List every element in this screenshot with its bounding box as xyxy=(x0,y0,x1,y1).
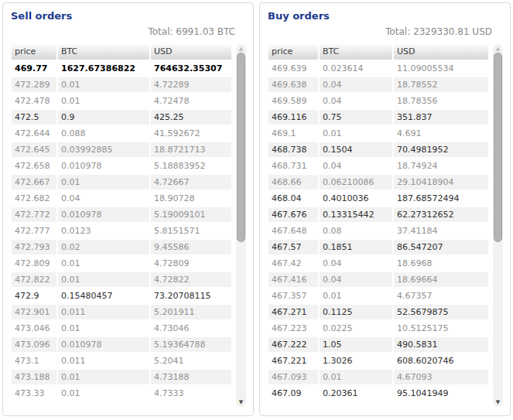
order-row[interactable]: 469.638 0.04 18.78552 xyxy=(268,77,488,92)
order-row[interactable]: 467.57 0.1851 86.547207 xyxy=(268,240,488,254)
buy-orders-panel: Buy orders Total: 2329330.81 USD price B… xyxy=(259,2,511,416)
order-price-cell: 472.645 xyxy=(12,142,56,157)
order-row[interactable]: 468.731 0.04 18.74924 xyxy=(268,159,488,173)
order-row[interactable]: 472.682 0.04 18.90728 xyxy=(12,191,231,206)
order-price-cell: 468.731 xyxy=(268,159,318,173)
order-price-cell: 469.638 xyxy=(268,77,318,92)
order-usd-cell: 29.10418904 xyxy=(394,175,488,190)
order-price-cell: 467.676 xyxy=(268,207,318,222)
order-price-cell: 469.116 xyxy=(268,110,318,125)
order-row[interactable]: 472.478 0.01 4.72478 xyxy=(12,94,231,108)
order-row[interactable]: 467.648 0.08 37.41184 xyxy=(268,224,488,238)
order-row[interactable]: 473.188 0.01 4.73188 xyxy=(12,370,231,384)
order-row[interactable]: 473.046 0.01 4.73046 xyxy=(12,321,231,336)
order-price-cell: 472.793 xyxy=(12,240,56,254)
order-row[interactable]: 467.223 0.0225 10.5125175 xyxy=(268,321,488,336)
sell-scrollbar[interactable]: ▲ ▼ xyxy=(236,44,246,407)
order-row[interactable]: 469.639 0.023614 11.09005534 xyxy=(268,61,488,76)
order-row[interactable]: 472.822 0.01 4.72822 xyxy=(12,272,231,287)
order-row[interactable]: 473.096 0.010978 5.19364788 xyxy=(12,337,231,352)
order-price-cell: 472.9 xyxy=(12,289,56,303)
order-row[interactable]: 469.116 0.75 351.837 xyxy=(268,110,488,125)
order-table-body: 469.77 1627.67386822 764632.35307 472.28… xyxy=(12,61,231,401)
order-btc-cell: 0.02 xyxy=(58,240,149,254)
order-row[interactable]: 467.222 1.05 490.5831 xyxy=(268,337,488,352)
order-row[interactable]: 468.738 0.1504 70.4981952 xyxy=(268,142,488,157)
order-row[interactable]: 467.093 0.01 4.67093 xyxy=(268,370,488,384)
order-usd-cell: 5.18883952 xyxy=(151,159,231,173)
order-btc-cell: 0.01 xyxy=(320,370,392,384)
scroll-down-icon[interactable]: ▼ xyxy=(236,398,246,407)
buy-scrollbar[interactable]: ▲ ▼ xyxy=(493,44,503,407)
order-usd-cell: 73.20708115 xyxy=(151,289,231,303)
scroll-down-icon[interactable]: ▼ xyxy=(493,398,503,407)
order-row[interactable]: 468.04 0.4010036 187.68572494 xyxy=(268,191,488,206)
order-btc-cell: 0.088 xyxy=(58,126,149,141)
order-row[interactable]: 467.676 0.13315442 62.27312652 xyxy=(268,207,488,222)
order-btc-cell: 0.15480457 xyxy=(58,289,149,303)
order-btc-cell: 0.010978 xyxy=(58,159,149,173)
order-price-cell: 468.66 xyxy=(268,175,318,190)
order-usd-cell: 4.72667 xyxy=(151,175,231,190)
order-usd-cell: 4.7333 xyxy=(151,386,231,401)
order-usd-cell: 62.27312652 xyxy=(394,207,488,222)
order-btc-cell: 0.01 xyxy=(58,386,149,401)
order-row[interactable]: 467.42 0.04 18.6968 xyxy=(268,256,488,271)
order-row[interactable]: 469.1 0.01 4.691 xyxy=(268,126,488,141)
order-row[interactable]: 472.5 0.9 425.25 xyxy=(12,110,231,125)
buy-orders-title: Buy orders xyxy=(268,10,503,22)
order-btc-cell: 1627.67386822 xyxy=(58,61,149,76)
order-row[interactable]: 467.271 0.1125 52.5679875 xyxy=(268,305,488,319)
order-row[interactable]: 472.645 0.03992885 18.8721713 xyxy=(12,142,231,157)
order-row[interactable]: 472.772 0.010978 5.19009101 xyxy=(12,207,231,222)
order-usd-cell: 95.1041949 xyxy=(394,386,488,401)
order-row[interactable]: 472.289 0.01 4.72289 xyxy=(12,77,231,92)
order-price-cell: 472.658 xyxy=(12,159,56,173)
order-btc-cell: 0.20361 xyxy=(320,386,392,401)
sell-orders-panel: Sell orders Total: 6991.03 BTC price BTC… xyxy=(2,2,254,416)
order-usd-cell: 52.5679875 xyxy=(394,305,488,319)
order-row[interactable]: 467.09 0.20361 95.1041949 xyxy=(268,386,488,401)
order-row[interactable]: 472.901 0.011 5.201911 xyxy=(12,305,231,319)
buy-orders-table: price BTC USD 469.639 0.023614 11.090055… xyxy=(267,43,490,402)
order-row[interactable]: 472.658 0.010978 5.18883952 xyxy=(12,159,231,173)
order-usd-cell: 5.201911 xyxy=(151,305,231,319)
order-btc-cell: 0.01 xyxy=(58,256,149,271)
order-row[interactable]: 469.589 0.04 18.78356 xyxy=(268,94,488,108)
order-row[interactable]: 472.809 0.01 4.72809 xyxy=(12,256,231,271)
buy-orders-total: Total: 2329330.81 USD xyxy=(267,26,492,37)
order-btc-cell: 0.04 xyxy=(320,159,392,173)
order-btc-cell: 0.04 xyxy=(320,272,392,287)
order-btc-cell: 0.011 xyxy=(58,305,149,319)
order-row[interactable]: 472.9 0.15480457 73.20708115 xyxy=(12,289,231,303)
order-book: Sell orders Total: 6991.03 BTC price BTC… xyxy=(0,0,513,420)
sell-orders-table: price BTC USD 469.77 1627.67386822 76463… xyxy=(10,43,233,402)
order-row[interactable]: 468.66 0.06210086 29.10418904 xyxy=(268,175,488,190)
order-row[interactable]: 473.33 0.01 4.7333 xyxy=(12,386,231,401)
order-usd-cell: 4.72809 xyxy=(151,256,231,271)
order-btc-cell: 0.9 xyxy=(58,110,149,125)
order-usd-cell: 187.68572494 xyxy=(394,191,488,206)
order-price-cell: 472.682 xyxy=(12,191,56,206)
order-btc-cell: 0.01 xyxy=(58,94,149,108)
col-header-btc: BTC xyxy=(320,44,392,60)
order-row[interactable]: 472.777 0.0123 5.8151571 xyxy=(12,224,231,238)
order-row[interactable]: 472.644 0.088 41.592672 xyxy=(12,126,231,141)
order-btc-cell: 1.3026 xyxy=(320,353,392,368)
order-usd-cell: 5.2041 xyxy=(151,353,231,368)
scroll-thumb[interactable] xyxy=(494,53,502,242)
order-row[interactable]: 473.1 0.011 5.2041 xyxy=(12,353,231,368)
order-row[interactable]: 472.793 0.02 9.45586 xyxy=(12,240,231,254)
order-btc-cell: 0.04 xyxy=(58,191,149,206)
order-btc-cell: 1.05 xyxy=(320,337,392,352)
order-row[interactable]: 467.357 0.01 4.67357 xyxy=(268,289,488,303)
order-usd-cell: 5.8151571 xyxy=(151,224,231,238)
order-row[interactable]: 472.667 0.01 4.72667 xyxy=(12,175,231,190)
order-price-cell: 472.289 xyxy=(12,77,56,92)
order-row[interactable]: 469.77 1627.67386822 764632.35307 xyxy=(12,61,231,76)
scroll-thumb[interactable] xyxy=(237,53,245,242)
order-usd-cell: 18.90728 xyxy=(151,191,231,206)
order-row[interactable]: 467.221 1.3026 608.6020746 xyxy=(268,353,488,368)
col-header-btc: BTC xyxy=(58,44,149,60)
order-row[interactable]: 467.416 0.04 18.69664 xyxy=(268,272,488,287)
